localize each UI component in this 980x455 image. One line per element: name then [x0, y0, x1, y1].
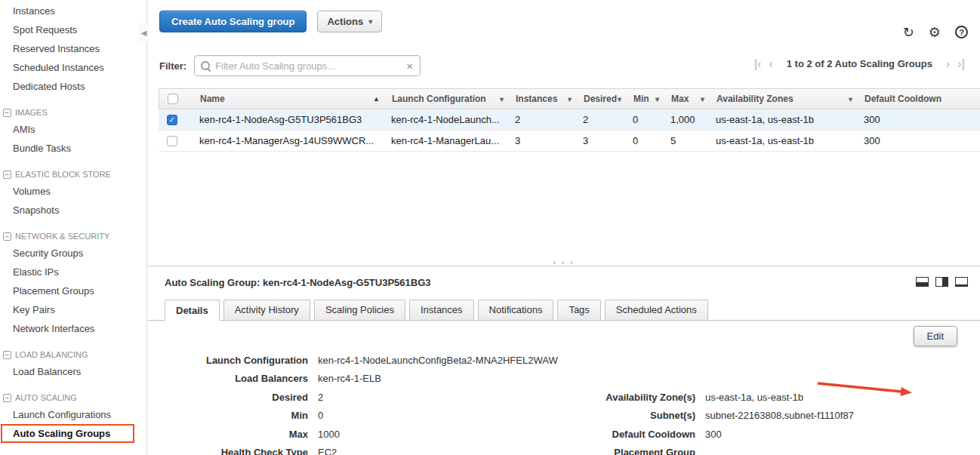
sidebar-item-spot-requests[interactable]: Spot Requests: [0, 20, 146, 39]
column-header-max[interactable]: Max ▾: [664, 89, 709, 109]
sidebar-item-placement-groups[interactable]: Placement Groups: [0, 281, 146, 300]
last-page-button[interactable]: ›|: [957, 59, 965, 69]
field-value: 2: [318, 392, 323, 403]
sidebar-section-label: ELASTIC BLOCK STORE: [15, 170, 111, 179]
column-header-default-cooldown[interactable]: Default Cooldown: [857, 89, 980, 109]
field-label: Max: [165, 429, 308, 440]
sidebar-item-security-groups[interactable]: Security Groups: [0, 244, 146, 263]
help-icon[interactable]: ?: [955, 26, 968, 38]
field-value: us-east-1a, us-east-1b: [705, 392, 803, 403]
sort-ascending-icon: ▲: [373, 95, 380, 103]
cell-min: 0: [625, 109, 663, 130]
sidebar-nav: Instances Spot Requests Reserved Instanc…: [0, 0, 147, 455]
tab-scheduled-actions[interactable]: Scheduled Actions: [605, 300, 708, 320]
panel-resize-handle[interactable]: ● ● ●: [547, 260, 581, 265]
column-header-instances[interactable]: Instances ▾: [508, 89, 576, 109]
sidebar-section-label: LOAD BALANCING: [15, 350, 88, 359]
edit-button[interactable]: Edit: [914, 326, 957, 346]
field-row: Subnet(s) subnet-22163808,subnet-f1110f8…: [567, 407, 854, 426]
sidebar-section-elastic-block-store[interactable]: − ELASTIC BLOCK STORE: [0, 167, 146, 182]
tab-scaling-policies[interactable]: Scaling Policies: [314, 300, 405, 320]
availability-zones: us-east-1a, us-east-1b: [716, 135, 814, 146]
field-value: subnet-22163808,subnet-f1110f87: [705, 410, 854, 421]
table-row[interactable]: ken-rc4-1-ManagerAsg-14US9WWCR... ken-rc…: [159, 131, 980, 152]
layout-right-pane-icon[interactable]: [935, 277, 948, 287]
prev-page-button[interactable]: ‹: [769, 59, 772, 69]
cell-default-cooldown: 300: [856, 131, 980, 151]
cell-max: 1,000: [663, 109, 708, 130]
field-value: 1000: [318, 429, 340, 440]
row-checkbox[interactable]: [159, 131, 186, 151]
tab-notifications[interactable]: Notifications: [478, 300, 554, 320]
gear-icon[interactable]: ⚙: [929, 26, 941, 38]
layout-no-pane-icon[interactable]: [955, 277, 968, 287]
sidebar-item-reserved-instances[interactable]: Reserved Instances: [0, 39, 146, 58]
filter-label: Filter:: [159, 60, 186, 72]
sidebar-item-launch-configurations[interactable]: Launch Configurations: [0, 405, 146, 424]
sidebar-item-instances[interactable]: Instances: [0, 2, 146, 20]
column-header-desired[interactable]: Desired ▾: [576, 89, 626, 109]
tab-tags[interactable]: Tags: [557, 300, 600, 320]
sidebar-item-load-balancers[interactable]: Load Balancers: [0, 362, 146, 381]
field-label: Subnet(s): [567, 410, 695, 421]
sidebar-section-label: IMAGES: [15, 108, 48, 117]
first-page-button[interactable]: |‹: [754, 59, 762, 69]
sidebar-item-dedicated-hosts[interactable]: Dedicated Hosts: [0, 77, 146, 96]
column-header-name[interactable]: Name ▲: [186, 89, 384, 109]
create-auto-scaling-group-button[interactable]: Create Auto Scaling group: [159, 11, 307, 32]
sidebar-section-images[interactable]: − IMAGES: [0, 105, 146, 120]
main-content: Create Auto Scaling group Actions ▾ ↻ ⚙ …: [148, 0, 980, 455]
tab-details[interactable]: Details: [165, 300, 220, 321]
sidebar-item-scheduled-instances[interactable]: Scheduled Instances: [0, 58, 146, 77]
sidebar-section-load-balancing[interactable]: − LOAD BALANCING: [0, 347, 146, 362]
collapse-section-icon: −: [3, 351, 11, 359]
sidebar-item-bundle-tasks[interactable]: Bundle Tasks: [0, 139, 146, 158]
tab-activity-history[interactable]: Activity History: [223, 300, 310, 320]
column-label: Min: [633, 94, 649, 104]
sidebar-section-auto-scaling[interactable]: − AUTO SCALING: [0, 390, 146, 405]
cell-default-cooldown: 300: [856, 109, 980, 130]
sidebar-section-network-security[interactable]: − NETWORK & SECURITY: [0, 229, 146, 244]
tab-instances[interactable]: Instances: [409, 300, 474, 320]
sidebar-item-network-interfaces[interactable]: Network Interfaces: [0, 319, 146, 338]
desired-count: 3: [583, 135, 588, 146]
cell-instances: 2: [507, 109, 575, 130]
table-row[interactable]: ✓ ken-rc4-1-NodeAsg-G5TU3P561BG3 ken-rc4…: [159, 109, 980, 131]
next-page-button[interactable]: ›: [946, 59, 950, 69]
sidebar-item-auto-scaling-groups[interactable]: Auto Scaling Groups: [1, 424, 134, 443]
row-checkbox[interactable]: ✓: [159, 109, 186, 130]
column-label: Instances: [516, 94, 557, 104]
toolbar: Create Auto Scaling group Actions ▾: [159, 11, 969, 32]
column-header-launch-configuration[interactable]: Launch Configuration ▾: [384, 89, 508, 109]
sidebar-section-label: AUTO SCALING: [15, 393, 77, 402]
sidebar-item-snapshots[interactable]: Snapshots: [0, 201, 146, 220]
column-label: Desired: [584, 94, 617, 104]
collapse-section-icon: −: [3, 171, 11, 179]
sidebar-item-key-pairs[interactable]: Key Pairs: [0, 300, 146, 319]
field-label: Health Check Type: [165, 447, 308, 455]
actions-button[interactable]: Actions ▾: [317, 11, 382, 32]
column-label: Launch Configuration: [392, 94, 486, 104]
column-header-availability-zones[interactable]: Availability Zones ▾: [709, 89, 857, 109]
field-label: Launch Configuration: [165, 355, 308, 366]
refresh-icon[interactable]: ↻: [903, 26, 914, 38]
sidebar-item-amis[interactable]: AMIs: [0, 120, 146, 139]
select-all-checkbox[interactable]: [159, 89, 186, 109]
min-count: 0: [633, 135, 638, 146]
sidebar-item-volumes[interactable]: Volumes: [0, 182, 146, 201]
clear-filter-icon[interactable]: ×: [399, 60, 420, 72]
filter-input[interactable]: [215, 60, 399, 72]
column-label: Name: [200, 94, 225, 104]
collapse-section-icon: −: [3, 109, 11, 117]
cell-availability-zones: us-east-1a, us-east-1b: [708, 109, 856, 130]
filter-bar: Filter: × |‹ ‹ 1 to 2 of 2 Auto Scaling …: [159, 55, 971, 76]
launch-config-name: ken-rc4-1-NodeLaunch...: [391, 114, 500, 125]
availability-zones: us-east-1a, us-east-1b: [716, 114, 814, 125]
field-value: ken-rc4-1-ELB: [318, 373, 381, 384]
column-header-min[interactable]: Min ▾: [626, 89, 664, 109]
cell-desired: 3: [575, 131, 625, 151]
sidebar-item-elastic-ips[interactable]: Elastic IPs: [0, 263, 146, 281]
cell-max: 5: [663, 131, 708, 151]
field-label: Min: [165, 410, 308, 421]
layout-bottom-pane-icon[interactable]: [916, 277, 929, 287]
